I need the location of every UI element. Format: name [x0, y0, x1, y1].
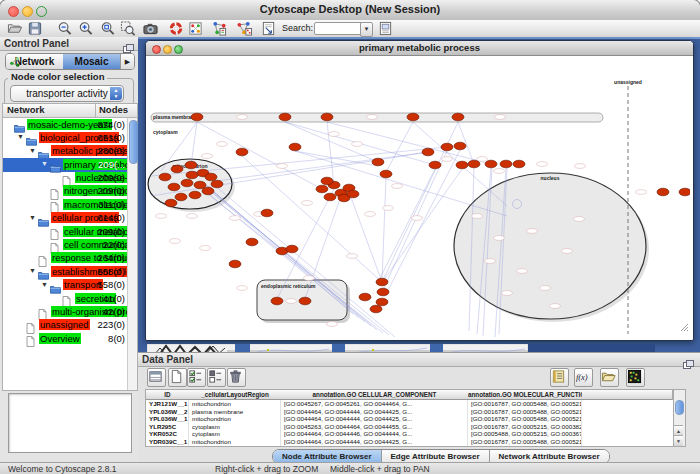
network-node[interactable]	[441, 143, 453, 151]
new-attribute-icon[interactable]	[168, 368, 187, 387]
zoom-out-icon[interactable]	[57, 21, 73, 36]
tree-row-unassigned[interactable]: unassigned223(0)	[3, 319, 128, 332]
network-node[interactable]	[261, 209, 273, 217]
tree-row-cellular-process[interactable]: ▼cellular process614(0)	[3, 212, 128, 225]
network-node[interactable]	[316, 185, 328, 193]
expander-icon[interactable]: ▼	[17, 133, 24, 140]
network-node[interactable]	[271, 297, 283, 305]
advanced-search-icon[interactable]	[378, 21, 394, 36]
table-cell[interactable]: [GO:0044464, GO:0044444, GO:0044425, G..…	[281, 415, 468, 423]
birds-eye-view[interactable]	[8, 393, 132, 453]
network-node[interactable]	[279, 113, 291, 121]
table-cell[interactable]: [GO:0005488, GO:0005215, GO:0003674]	[468, 430, 582, 438]
tree-row-establishment-of-lo[interactable]: ▼establishment of lo558(0)	[3, 265, 128, 278]
network-node[interactable]	[513, 160, 525, 168]
zoom-selected-icon[interactable]	[120, 21, 136, 36]
network-node[interactable]	[468, 160, 480, 168]
table-cell[interactable]: YPL036W__2	[146, 408, 189, 416]
expander-icon[interactable]: ▼	[41, 281, 48, 288]
network-node[interactable]	[246, 238, 258, 246]
tree-row-mosaic-demo-yeast[interactable]: mosaic-demo-yeast874(0)	[3, 118, 128, 131]
network-node[interactable]	[194, 181, 206, 189]
network-node[interactable]	[185, 161, 197, 169]
table-cell[interactable]: YLR295C	[146, 423, 189, 431]
tree-row-nucleobase-c[interactable]: nucleobase-c209(0)	[3, 172, 128, 185]
network-canvas[interactable]: plasma membranecytoplasmmitochondrionnuc…	[147, 56, 690, 337]
network-node[interactable]	[372, 158, 384, 166]
network-node[interactable]	[454, 142, 466, 150]
network-node[interactable]	[347, 190, 359, 198]
network-node[interactable]	[171, 165, 183, 173]
network-node[interactable]	[452, 113, 464, 121]
network-frame-titlebar[interactable]: primary metabolic process	[146, 41, 693, 56]
table-cell[interactable]: [GO:0044464, GO:0044444, GO:0044425, G..…	[281, 408, 468, 416]
node-color-dropdown[interactable]: transporter activity ▲▼	[10, 85, 124, 102]
dropdown-stepper-icon[interactable]: ▲▼	[110, 87, 122, 100]
network-node[interactable]	[456, 161, 468, 169]
table-cell[interactable]: YDR039C__1	[146, 438, 189, 446]
table-cell[interactable]: [GO:0016787, GO:0005488, GO:0005215, G..…	[468, 400, 582, 408]
network-node[interactable]	[168, 183, 180, 191]
network-node[interactable]	[289, 143, 301, 151]
table-cell[interactable]: mitochondrion	[189, 415, 281, 423]
attribute-table-icon[interactable]	[147, 368, 166, 387]
network-node[interactable]	[370, 305, 382, 313]
network-node[interactable]	[186, 171, 198, 179]
expander-icon[interactable]: ▼	[29, 214, 36, 221]
network-node[interactable]	[229, 260, 241, 268]
network-node[interactable]	[324, 193, 336, 201]
resize-grip-icon[interactable]	[680, 318, 689, 336]
network-view-frame[interactable]: primary metabolic process plasma membran…	[145, 40, 694, 341]
tree-row-transport[interactable]: ▼transport558(0)	[3, 279, 128, 292]
tab-mosaic[interactable]: Mosaic	[63, 54, 120, 69]
import-attributes-icon[interactable]	[600, 368, 619, 387]
tree-row-biological-process[interactable]: ▼biological_process651(0)	[3, 131, 128, 144]
table-cell[interactable]: YKR052C	[146, 430, 189, 438]
table-cell[interactable]: mitochondrion	[189, 400, 281, 408]
network-node[interactable]	[236, 148, 248, 156]
network-node[interactable]	[321, 177, 333, 185]
network-node[interactable]	[377, 288, 389, 296]
network-node[interactable]	[202, 187, 214, 195]
network-node[interactable]	[380, 170, 392, 178]
tree-row-primary-metabol[interactable]: ▼primary metabol209(...	[3, 158, 128, 171]
network-node[interactable]	[500, 160, 512, 168]
table-cell[interactable]: [GO:0044464, GO:0044444, GO:0044425, G..…	[281, 438, 468, 446]
tree-scrollbar-thumb[interactable]	[129, 120, 138, 164]
network-graph[interactable]: plasma membranecytoplasmmitochondrionnuc…	[147, 56, 690, 337]
tree-row-secretion[interactable]: secretion41(0)	[3, 292, 128, 305]
table-scrollbar-thumb[interactable]	[675, 400, 684, 415]
table-cell[interactable]: cytoplasm	[189, 430, 281, 438]
layout-a-icon[interactable]	[211, 21, 227, 36]
delete-attribute-icon[interactable]	[227, 368, 246, 387]
network-node[interactable]	[359, 293, 371, 301]
table-cell[interactable]: mitochondrion	[189, 438, 281, 446]
help-ring-icon[interactable]	[168, 21, 184, 36]
attribute-notes-icon[interactable]	[550, 368, 569, 387]
tree-row-cell-communicat[interactable]: cell communicat22(0)	[3, 239, 128, 252]
search-dropdown-icon[interactable]: ▼	[360, 22, 373, 37]
snapshot-icon[interactable]	[142, 21, 158, 36]
matrix-icon[interactable]	[626, 368, 645, 387]
tree-row-nitrogen-compo[interactable]: nitrogen compo209(0)	[3, 185, 128, 198]
save-icon[interactable]	[27, 21, 43, 36]
table-cell[interactable]: plasma membrane	[189, 408, 281, 416]
table-cell[interactable]: YJR121W__1	[146, 400, 189, 408]
network-node[interactable]	[286, 245, 298, 253]
table-cell[interactable]: [GO:0016787, GO:0005488, GO:0005215, G..…	[468, 438, 582, 446]
network-node[interactable]	[407, 113, 419, 121]
tree-row-response-to-stimulu[interactable]: response to stimulu264(0)	[3, 252, 128, 265]
network-node[interactable]	[191, 113, 203, 121]
table-header-annotation-go-molecular-function[interactable]: annotation.GO MOLECULAR_FUNCTION	[468, 390, 583, 400]
table-scrollbar[interactable]: ▲ ▼	[673, 389, 686, 447]
annotation-icon[interactable]	[261, 21, 277, 36]
tab-overflow-icon[interactable]: ▶	[120, 54, 134, 69]
float-panel-icon[interactable]	[123, 39, 134, 48]
table-header-id[interactable]: ID	[146, 390, 190, 400]
network-node[interactable]	[189, 191, 201, 199]
table-cell[interactable]: [GO:0016787, GO:0005488, GO:0005215, G..…	[468, 415, 582, 423]
network-node[interactable]	[429, 161, 441, 169]
network-node[interactable]	[175, 193, 187, 201]
network-node[interactable]	[211, 180, 223, 188]
tree-row-metabolic-process[interactable]: ▼metabolic process280(0)	[3, 145, 128, 158]
